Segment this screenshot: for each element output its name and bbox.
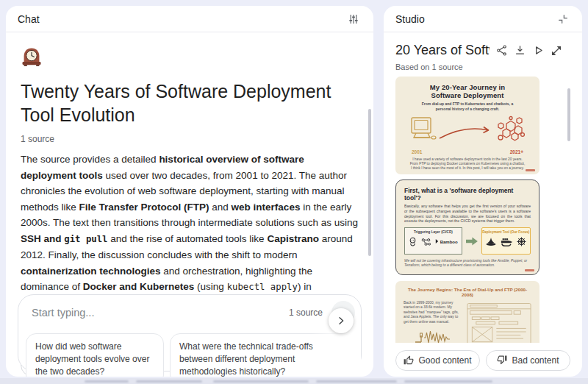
infographic-card-definition[interactable]: First, what is a 'software deployment to… <box>395 179 539 275</box>
suggested-question-chip[interactable]: How did web software deployment tools ev… <box>26 333 164 377</box>
studio-header-title: Studio <box>395 13 425 25</box>
triggering-layer-label: Triggering Layer (CI/CD) <box>405 230 462 234</box>
chat-header: Chat <box>6 6 373 32</box>
collapse-panel-button[interactable] <box>556 12 570 26</box>
watermark <box>526 169 535 171</box>
good-content-label: Good content <box>418 355 471 366</box>
journey-arrow <box>438 121 492 143</box>
infographic-card-dialup-era[interactable]: The Journey Begins: The Era of Dial-Up a… <box>395 281 539 343</box>
modem-waveform-illustration <box>415 327 458 343</box>
card1-year-start: 2001 <box>412 149 422 154</box>
bad-content-label: Bad content <box>512 355 559 366</box>
deployment-tool-box: Deployment Tool (Our Focus) <box>481 227 531 255</box>
studio-scrollbar[interactable] <box>567 88 570 141</box>
download-icon <box>514 44 526 57</box>
card2-footnote: We will not be covering infrastructure p… <box>404 259 531 268</box>
input-source-count: 1 source <box>289 307 323 318</box>
infographic-preview-scroll[interactable]: My 20-Year Journey in Software Deploymen… <box>395 77 542 343</box>
based-on-label: Based on 1 source <box>384 58 582 71</box>
crt-computer-illustration <box>407 116 437 147</box>
suggested-question-chip[interactable]: What were the technical trade-offs betwe… <box>170 333 354 377</box>
good-content-button[interactable]: Good content <box>395 350 480 371</box>
card1-caption: I have used a variety of software deploy… <box>409 157 526 171</box>
chat-input-row: 1 source <box>18 295 361 327</box>
card1-year-end: 2021+ <box>510 149 523 154</box>
card1-year-labels: 2001 2021+ <box>395 149 539 154</box>
artifact-title: 20 Years of Softw <box>395 43 490 58</box>
download-button[interactable] <box>512 43 528 58</box>
source-count: 1 source <box>21 134 359 144</box>
chat-header-title: Chat <box>18 13 40 25</box>
play-button[interactable] <box>531 43 546 58</box>
bad-content-button[interactable]: Bad content <box>486 350 570 371</box>
card2-diagram: Triggering Layer (CI/CD) <box>404 227 531 255</box>
thumbs-up-icon <box>404 355 414 366</box>
collapse-panel-icon <box>557 13 569 25</box>
jenkins-icon <box>409 237 417 246</box>
triggering-layer-box: Triggering Layer (CI/CD) <box>404 227 462 255</box>
card3-body: Back in 1999-2000, my journey started on… <box>404 301 461 324</box>
card1-subtitle: From dial-up and FTP to Kubernetes and c… <box>420 102 515 111</box>
artifact-actions <box>494 43 564 58</box>
watermark <box>525 269 534 271</box>
artifact-title-row: 20 Years of Softw <box>384 32 582 58</box>
tune-icon <box>347 13 360 26</box>
thumbs-down-icon <box>497 355 507 366</box>
hexagon-cluster-illustration <box>494 115 528 149</box>
share-button[interactable] <box>494 43 509 58</box>
flow-arrow-icon <box>466 237 478 246</box>
play-icon <box>532 44 545 57</box>
browser-wireframe-illustration <box>467 301 531 343</box>
card2-title: First, what is a 'software deployment to… <box>404 187 531 202</box>
mantel-clock-emoji <box>21 46 43 68</box>
feedback-row: Good content Bad content <box>395 350 570 371</box>
cutoff-content-strip <box>0 378 588 384</box>
ci-workflow-icon <box>421 238 431 246</box>
card3-title: The Journey Begins: The Era of Dial-Up a… <box>404 287 531 297</box>
card1-title: My 20-Year Journey in Software Deploymen… <box>420 83 515 99</box>
card1-artwork <box>395 111 539 149</box>
open-fullscreen-icon <box>551 45 562 57</box>
open-fullscreen-button[interactable] <box>549 43 564 58</box>
chevron-right-icon <box>335 315 347 327</box>
chat-panel: Chat Twenty Years of Software Deployment… <box>6 6 373 377</box>
card2-body: Basically, any software that helps you g… <box>404 204 531 224</box>
chat-input-container: 1 source How did web software deployment… <box>18 294 362 371</box>
chat-input[interactable] <box>32 307 289 319</box>
share-icon <box>495 44 508 57</box>
capistrano-hat-icon <box>486 238 496 246</box>
bamboo-logo: Bamboo <box>435 239 458 244</box>
deployment-tool-label: Deployment Tool (Our Focus) <box>482 230 530 234</box>
suggested-questions: How did web software deployment tools ev… <box>18 327 361 377</box>
studio-header: Studio <box>384 6 582 32</box>
chat-settings-button[interactable] <box>345 11 362 27</box>
chat-title: Twenty Years of Software Deployment Tool… <box>21 79 359 127</box>
infographic-card-intro[interactable]: My 20-Year Journey in Software Deploymen… <box>395 77 539 174</box>
chips-scroll-next-button[interactable] <box>329 308 354 333</box>
chat-scrollbar[interactable] <box>368 109 371 256</box>
studio-panel: Studio 20 Years of Softw <box>384 6 582 377</box>
docker-whale-icon <box>501 238 512 246</box>
bamboo-mark-icon <box>435 239 439 243</box>
kubernetes-helm-icon <box>517 237 526 246</box>
